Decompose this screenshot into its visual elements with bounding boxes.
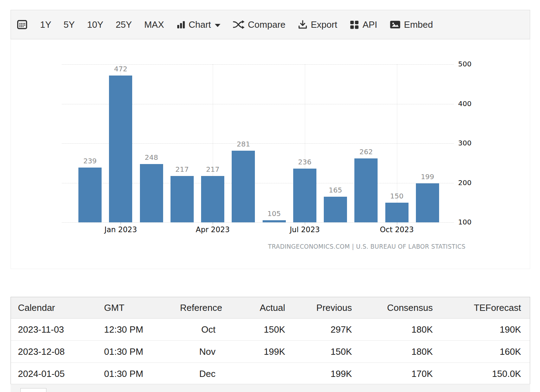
bar-chart: TRADINGECONOMICS.COM | U.S. BUREAU OF LA… — [11, 10, 530, 269]
bar[interactable] — [293, 169, 316, 222]
range-button-5y[interactable]: 5Y — [64, 19, 75, 30]
table-cell: 01:30 PM — [101, 363, 180, 385]
download-icon — [298, 20, 308, 30]
table-cell: 2023-12-08 — [11, 341, 101, 363]
bar-value-label: 217 — [166, 165, 198, 174]
api-button[interactable]: API — [349, 19, 377, 30]
table-cell: 199K — [224, 341, 294, 363]
y-axis-label: 400 — [458, 99, 486, 108]
bar[interactable] — [263, 220, 286, 222]
table-cell: 160K — [442, 341, 530, 363]
bar[interactable] — [109, 76, 132, 223]
table-cell: 190K — [442, 319, 530, 341]
api-label: API — [362, 19, 377, 30]
y-axis-label: 100 — [458, 218, 486, 226]
bar-value-label: 262 — [350, 148, 382, 156]
bar-value-label: 236 — [289, 158, 321, 166]
table-cell: 2023-11-03 — [11, 319, 101, 341]
calendar-table: CalendarGMTReferenceActualPreviousConsen… — [11, 297, 530, 385]
table-cell: 180K — [361, 319, 442, 341]
bar[interactable] — [416, 183, 439, 222]
bar[interactable] — [232, 151, 255, 222]
bar-value-label: 472 — [105, 65, 136, 73]
table-footer — [11, 384, 530, 392]
column-header-teforecast: TEForecast — [442, 297, 530, 319]
x-axis-tick — [305, 222, 305, 225]
x-axis-tick — [397, 222, 397, 225]
range-button-1y[interactable]: 1Y — [40, 19, 51, 30]
table-cell: 150K — [294, 341, 361, 363]
table-row[interactable]: 2023-11-0312:30 PMOct150K297K180K190K — [11, 319, 530, 341]
table-cell: 150.0K — [442, 363, 530, 385]
table-cell: Oct — [180, 319, 224, 341]
x-axis-tick — [121, 222, 121, 225]
bar-value-label: 281 — [227, 140, 259, 148]
export-label: Export — [311, 19, 337, 30]
table-cell: 170K — [361, 363, 442, 385]
api-grid-icon — [349, 20, 359, 30]
table-cell: 2024-01-05 — [11, 363, 101, 385]
range-button-10y[interactable]: 10Y — [87, 19, 103, 30]
column-header-actual: Actual — [224, 297, 294, 319]
table-cell: 150K — [224, 319, 294, 341]
embed-image-icon — [390, 20, 401, 30]
y-axis-label: 300 — [458, 139, 486, 147]
calendar-button[interactable] — [17, 19, 28, 30]
chart-toolbar: 1Y5Y10Y25YMAX Chart — [11, 10, 530, 39]
bar[interactable] — [385, 203, 409, 222]
bar-value-label: 199 — [412, 172, 443, 181]
compare-shuffle-icon — [233, 20, 245, 30]
table-cell: 180K — [361, 341, 442, 363]
calendar-icon — [17, 19, 28, 30]
table-cell: Nov — [180, 341, 224, 363]
bar[interactable] — [78, 168, 102, 222]
chart-attribution: TRADINGECONOMICS.COM | U.S. BUREAU OF LA… — [268, 243, 465, 250]
bar-value-label: 248 — [136, 153, 167, 162]
export-button[interactable]: Export — [298, 19, 337, 30]
column-header-consensus: Consensus — [361, 297, 442, 319]
bar[interactable] — [324, 197, 347, 222]
table-cell: 297K — [294, 319, 361, 341]
table-cell: Dec — [180, 363, 224, 385]
x-axis-label: Apr 2023 — [185, 226, 241, 234]
chevron-down-icon — [215, 24, 220, 27]
x-axis-label: Oct 2023 — [369, 226, 425, 234]
bar[interactable] — [201, 176, 224, 222]
bar[interactable] — [354, 158, 378, 222]
x-axis-tick — [213, 222, 213, 225]
table-header-row: CalendarGMTReferenceActualPreviousConsen… — [11, 297, 530, 319]
y-axis-label: 500 — [458, 60, 486, 68]
y-axis-label: 200 — [458, 178, 486, 187]
bar-value-label: 217 — [197, 165, 229, 174]
bar-value-label: 165 — [320, 186, 351, 194]
chart-type-button[interactable]: Chart — [176, 19, 221, 30]
embed-label: Embed — [404, 19, 433, 30]
chart-type-label: Chart — [189, 19, 211, 30]
compare-button[interactable]: Compare — [233, 19, 285, 30]
bar[interactable] — [140, 164, 163, 223]
table-footer-button[interactable] — [20, 388, 46, 392]
x-axis-label: Jan 2023 — [92, 226, 149, 234]
table-cell — [224, 363, 294, 385]
table-cell: 01:30 PM — [101, 341, 180, 363]
table-row[interactable]: 2023-12-0801:30 PMNov199K150K180K160K — [11, 341, 530, 363]
bar[interactable] — [171, 176, 194, 222]
x-axis-label: Jul 2023 — [277, 226, 333, 234]
embed-button[interactable]: Embed — [390, 19, 433, 30]
column-header-reference: Reference — [180, 297, 224, 319]
compare-label: Compare — [248, 19, 285, 30]
column-header-calendar: Calendar — [11, 297, 101, 319]
range-button-25y[interactable]: 25Y — [116, 19, 132, 30]
bar-value-label: 150 — [381, 192, 413, 200]
range-button-max[interactable]: MAX — [144, 19, 164, 30]
range-buttons: 1Y5Y10Y25YMAX — [40, 19, 164, 30]
bar-value-label: 239 — [74, 157, 106, 165]
column-header-previous: Previous — [294, 297, 361, 319]
chart-panel: 1Y5Y10Y25YMAX Chart — [11, 10, 530, 269]
column-header-gmt: GMT — [101, 297, 180, 319]
table-row[interactable]: 2024-01-0501:30 PMDec199K170K150.0K — [11, 363, 530, 385]
bar-value-label: 105 — [258, 209, 290, 218]
table-cell: 199K — [294, 363, 361, 385]
bar-chart-icon — [176, 20, 186, 29]
table-cell: 12:30 PM — [101, 319, 180, 341]
